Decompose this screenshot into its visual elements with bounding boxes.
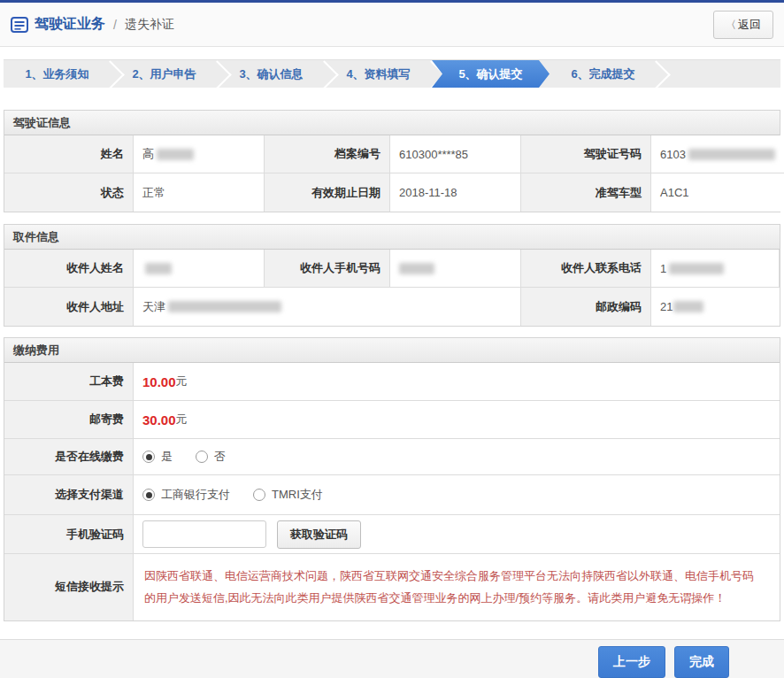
vehicle-type-label: 准驾车型 — [521, 173, 651, 212]
address-label: 收件人地址 — [4, 288, 134, 326]
postage-label: 邮寄费 — [4, 401, 134, 439]
page-title: 驾驶证业务 — [35, 15, 105, 34]
breadcrumb-separator: / — [113, 18, 117, 32]
step-5-confirm-submit[interactable]: 5、确认提交 — [432, 60, 550, 88]
recipient-name-value — [134, 250, 265, 288]
radio-channel-icbc[interactable]: 工商银行支付 — [142, 487, 230, 503]
step-4-fill-data[interactable]: 4、资料填写 — [325, 60, 432, 88]
name-value: 高 — [134, 135, 265, 173]
page-subtitle: 遗失补证 — [125, 17, 174, 33]
address-value: 天津 — [134, 288, 521, 326]
online-payment-options: 是 否 — [134, 439, 780, 475]
back-chevron-icon: 〈 — [726, 19, 736, 31]
breadcrumb: 驾驶证业务 / 遗失补证 — [11, 15, 174, 34]
sms-notice-label: 短信接收提示 — [4, 554, 134, 620]
name-label: 姓名 — [4, 135, 134, 173]
redacted-name — [157, 149, 194, 160]
sms-code-label: 手机验证码 — [4, 515, 134, 554]
recipient-mobile-value — [390, 250, 521, 288]
previous-step-button[interactable]: 上一步 — [598, 646, 665, 678]
sms-notice-row: 短信接收提示 因陕西省联通、电信运营商技术问题，陕西省互联网交通安全综合服务管理… — [4, 554, 780, 620]
step-2-declaration[interactable]: 2、用户申告 — [111, 60, 218, 88]
pickup-info-table: 收件人姓名 收件人手机号码 收件人联系电话 1 收件人地址 天津 邮政编码 21 — [4, 250, 780, 326]
recipient-phone-label: 收件人联系电话 — [521, 250, 651, 288]
pickup-info-section: 取件信息 收件人姓名 收件人手机号码 收件人联系电话 1 收件人地址 天津 邮政… — [4, 224, 780, 327]
postcode-value: 21 — [651, 288, 780, 326]
payment-channel-label: 选择支付渠道 — [4, 475, 134, 515]
footer-action-bar: 上一步 完成 — [0, 639, 784, 678]
license-section-title: 驾驶证信息 — [4, 111, 780, 135]
radio-online-no[interactable]: 否 — [196, 449, 226, 465]
step-progress-bar: 1、业务须知 2、用户申告 3、确认信息 4、资料填写 5、确认提交 6、完成提… — [4, 59, 780, 88]
license-service-icon — [11, 17, 28, 33]
license-no-label: 驾驶证号码 — [521, 135, 651, 173]
license-info-section: 驾驶证信息 姓名 高 档案编号 610300****85 驾驶证号码 6103 … — [4, 110, 780, 212]
radio-channel-tmri[interactable]: TMRI支付 — [253, 487, 323, 503]
radio-label: 是 — [161, 449, 173, 465]
redacted-postcode — [673, 301, 703, 312]
cost-fee-row: 工本费 10.00元 — [4, 363, 780, 401]
postage-fee-row: 邮寄费 30.00元 — [4, 401, 780, 439]
radio-unselected-icon — [196, 451, 208, 463]
file-no-value: 610300****85 — [390, 135, 521, 173]
payment-channel-options: 工商银行支付 TMRI支付 — [134, 475, 780, 515]
recipient-phone-value: 1 — [651, 250, 780, 288]
postcode-label: 邮政编码 — [521, 288, 651, 326]
step-3-confirm-info[interactable]: 3、确认信息 — [218, 60, 325, 88]
cost-fee-label: 工本费 — [4, 363, 134, 401]
payment-channel-row: 选择支付渠道 工商银行支付 TMRI支付 — [4, 475, 780, 515]
postage-value: 30.00元 — [134, 401, 780, 439]
back-button[interactable]: 〈返回 — [713, 11, 773, 39]
page-header: 驾驶证业务 / 遗失补证 〈返回 — [0, 3, 784, 47]
redacted-license-no — [688, 149, 775, 160]
online-payment-label: 是否在线缴费 — [4, 439, 134, 475]
step-6-complete[interactable]: 6、完成提交 — [550, 60, 657, 88]
sms-code-row: 手机验证码 获取验证码 — [4, 515, 780, 554]
radio-selected-icon — [142, 489, 155, 501]
sms-code-field: 获取验证码 — [134, 515, 780, 554]
expiry-label: 有效期止日期 — [265, 173, 390, 212]
status-value: 正常 — [134, 173, 265, 212]
status-label: 状态 — [4, 173, 134, 212]
redacted-recipient-mobile — [399, 263, 434, 274]
redacted-recipient-name — [145, 263, 172, 274]
online-payment-row: 是否在线缴费 是 否 — [4, 439, 780, 475]
redacted-address — [168, 301, 281, 312]
file-no-label: 档案编号 — [265, 135, 390, 173]
expiry-value: 2018-11-18 — [390, 173, 521, 212]
license-no-value: 6103 — [651, 135, 784, 173]
main-content: 驾驶证信息 姓名 高 档案编号 610300****85 驾驶证号码 6103 … — [4, 110, 780, 621]
radio-selected-icon — [142, 451, 155, 463]
radio-label: TMRI支付 — [272, 487, 323, 503]
get-code-button[interactable]: 获取验证码 — [277, 520, 361, 549]
radio-label: 否 — [214, 449, 226, 465]
cost-fee-value: 10.00元 — [134, 363, 780, 401]
sms-notice-text: 因陕西省联通、电信运营商技术问题，陕西省互联网交通安全综合服务管理平台无法向持陕… — [134, 554, 780, 620]
vehicle-type-value: A1C1 — [651, 173, 784, 212]
recipient-mobile-label: 收件人手机号码 — [265, 250, 390, 288]
fee-unit: 元 — [176, 412, 188, 428]
payment-section-title: 缴纳费用 — [4, 338, 780, 363]
license-info-table: 姓名 高 档案编号 610300****85 驾驶证号码 6103 状态 正常 … — [4, 135, 780, 212]
payment-section: 缴纳费用 工本费 10.00元 邮寄费 30.00元 是否在线缴费 是 否 选择… — [4, 337, 780, 621]
radio-online-yes[interactable]: 是 — [142, 449, 173, 465]
sms-code-input[interactable] — [142, 520, 266, 548]
radio-unselected-icon — [253, 489, 265, 501]
recipient-name-label: 收件人姓名 — [4, 250, 134, 288]
pickup-section-title: 取件信息 — [4, 225, 780, 250]
redacted-recipient-phone — [669, 263, 724, 274]
step-1-notice[interactable]: 1、业务须知 — [4, 60, 111, 88]
finish-button[interactable]: 完成 — [674, 646, 729, 678]
back-button-label: 返回 — [738, 18, 761, 31]
radio-label: 工商银行支付 — [161, 487, 230, 503]
fee-unit: 元 — [176, 374, 188, 389]
